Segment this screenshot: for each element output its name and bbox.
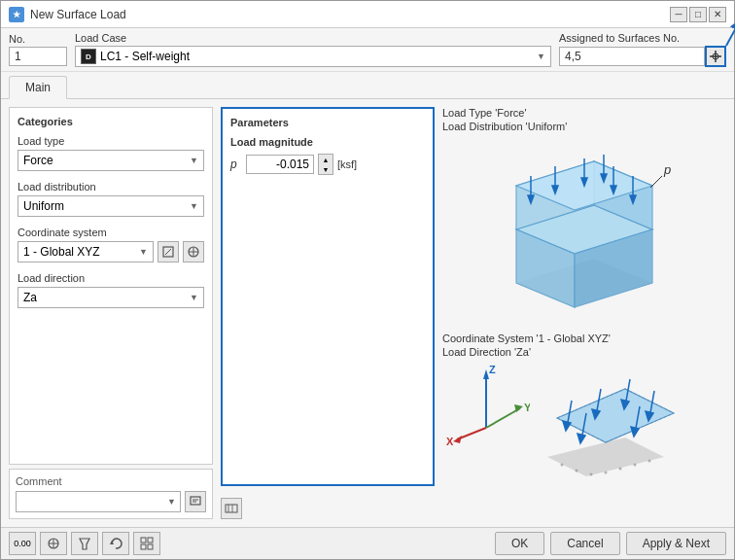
coord-global-button[interactable] — [183, 241, 204, 262]
parameters-title: Parameters — [230, 117, 425, 128]
svg-marker-71 — [80, 539, 89, 549]
load-distribution-group: Load distribution Uniform ▼ — [18, 181, 204, 217]
svg-marker-50 — [563, 421, 571, 431]
left-panel: Categories Load type Force ▼ Load distri… — [9, 107, 213, 519]
load-direction-select[interactable]: Za ▼ — [18, 287, 204, 308]
surfaces-wrap: 4,5 — [559, 46, 726, 67]
diagram-icon — [225, 502, 238, 515]
comment-pick-button[interactable] — [185, 491, 206, 512]
comment-label: Comment — [16, 475, 206, 487]
local-coord-icon — [162, 246, 174, 258]
svg-marker-43 — [547, 438, 664, 476]
svg-text:Y: Y — [524, 402, 530, 413]
svg-rect-75 — [141, 544, 146, 549]
load-distribution-select[interactable]: Uniform ▼ — [18, 195, 204, 217]
tool-grid-button[interactable] — [133, 532, 160, 555]
coord-system-diagram-text2: Load Direction 'Za' — [442, 346, 531, 358]
select-icon — [47, 537, 60, 550]
surfaces-field-group: Assigned to Surfaces No. 4,5 — [559, 32, 726, 67]
bottom-bar: 0.00 — [1, 527, 734, 559]
load-type-select[interactable]: Force ▼ — [18, 150, 204, 171]
pick-icon — [709, 50, 722, 63]
load-case-color: D — [81, 49, 96, 64]
comment-input-row: ▼ — [16, 491, 206, 512]
svg-rect-76 — [148, 544, 153, 549]
svg-rect-73 — [141, 538, 146, 542]
surfaces-label: Assigned to Surfaces No. — [559, 32, 726, 44]
filter-icon — [78, 537, 91, 550]
categories-box: Categories Load type Force ▼ Load distri… — [9, 107, 213, 465]
load-type-arrow: ▼ — [190, 156, 198, 165]
p-diagram-label: p — [663, 162, 671, 177]
tool-undo-button[interactable] — [102, 532, 129, 555]
coord-direction-section: Coordinate System '1 - Global XYZ' Load … — [442, 329, 726, 519]
diagram-view-button[interactable] — [221, 498, 242, 519]
comment-dropdown-arrow: ▼ — [163, 497, 180, 507]
load-case-dropdown-arrow: ▼ — [537, 52, 545, 61]
p-spinners: ▲ ▼ — [318, 154, 333, 175]
svg-point-66 — [634, 464, 637, 467]
svg-marker-41 — [453, 436, 462, 443]
tool-select-button[interactable] — [40, 532, 67, 555]
p-increment[interactable]: ▲ — [319, 155, 332, 164]
minimize-button[interactable]: ─ — [670, 7, 687, 22]
title-bar: ★ New Surface Load ─ □ ✕ — [1, 1, 734, 28]
ok-button[interactable]: OK — [495, 532, 544, 555]
coord-system-arrow: ▼ — [139, 247, 148, 257]
load-case-select[interactable]: D LC1 - Self-weight ▼ — [75, 46, 551, 67]
bottom-diagrams: Z Y X — [442, 360, 726, 486]
no-value[interactable]: 1 — [9, 47, 67, 66]
tool-value-button[interactable]: 0.00 — [9, 532, 36, 555]
coord-system-select[interactable]: 1 - Global XYZ ▼ — [18, 241, 154, 262]
load-type-value: Force — [23, 154, 53, 167]
apply-next-button[interactable]: Apply & Next — [626, 532, 726, 555]
coord-system-diagram-text1: Coordinate System '1 - Global XYZ' — [442, 332, 611, 344]
comment-box: Comment ▼ — [9, 469, 213, 519]
load-case-value: LC1 - Self-weight — [100, 50, 190, 63]
categories-title: Categories — [18, 116, 204, 127]
maximize-button[interactable]: □ — [689, 7, 707, 22]
load-type-text2: Load Distribution 'Uniform' — [442, 121, 726, 132]
cancel-button[interactable]: Cancel — [550, 532, 619, 555]
load-diagram-svg: p — [477, 147, 691, 317]
p-input[interactable] — [246, 155, 314, 174]
svg-point-67 — [648, 460, 651, 463]
main-window: ★ New Surface Load ─ □ ✕ No. 1 Load Case… — [0, 0, 735, 560]
svg-point-65 — [619, 468, 622, 471]
coord-system-group: Coordinate system 1 - Global XYZ ▼ — [18, 227, 204, 262]
svg-point-64 — [605, 472, 608, 474]
p-unit: [ksf] — [337, 158, 357, 170]
parameters-box: Parameters Load magnitude p ▲ ▼ [ksf] — [221, 107, 435, 486]
global-coord-icon — [188, 246, 199, 258]
coord-local-button[interactable] — [158, 241, 179, 262]
svg-text:X: X — [446, 436, 454, 447]
svg-rect-8 — [191, 497, 200, 505]
undo-icon — [109, 537, 122, 550]
load-direction-value: Za — [23, 291, 37, 304]
surfaces-value[interactable]: 4,5 — [559, 47, 705, 66]
load-type-label: Load type — [18, 135, 204, 147]
svg-marker-44 — [557, 389, 674, 442]
svg-line-33 — [650, 176, 662, 188]
svg-point-61 — [561, 464, 564, 467]
load-distribution-value: Uniform — [23, 199, 64, 213]
load-case-field-group: Load Case D LC1 - Self-weight ▼ — [75, 32, 551, 67]
p-decrement[interactable]: ▼ — [319, 164, 332, 174]
coord-system-row: 1 - Global XYZ ▼ — [18, 241, 204, 262]
load-distribution-diagram: p — [442, 134, 726, 329]
param-p-row: p ▲ ▼ [ksf] — [230, 154, 425, 175]
svg-marker-60 — [631, 427, 639, 437]
grid-icon — [140, 537, 154, 550]
load-type-text1: Load Type 'Force' — [442, 107, 726, 119]
p-label: p — [230, 158, 242, 171]
load-magnitude-label: Load magnitude — [230, 136, 425, 148]
action-buttons: OK Cancel Apply & Next — [495, 532, 726, 555]
right-panel: Load Type 'Force' Load Distribution 'Uni… — [442, 107, 726, 519]
tab-bar: Main — [1, 72, 734, 99]
axis-diagram-svg: Z Y X — [442, 360, 530, 447]
tab-main[interactable]: Main — [9, 76, 67, 99]
svg-line-40 — [457, 428, 486, 439]
svg-rect-74 — [148, 538, 153, 542]
tool-filter-button[interactable] — [71, 532, 98, 555]
load-direction-arrow: ▼ — [190, 293, 198, 302]
